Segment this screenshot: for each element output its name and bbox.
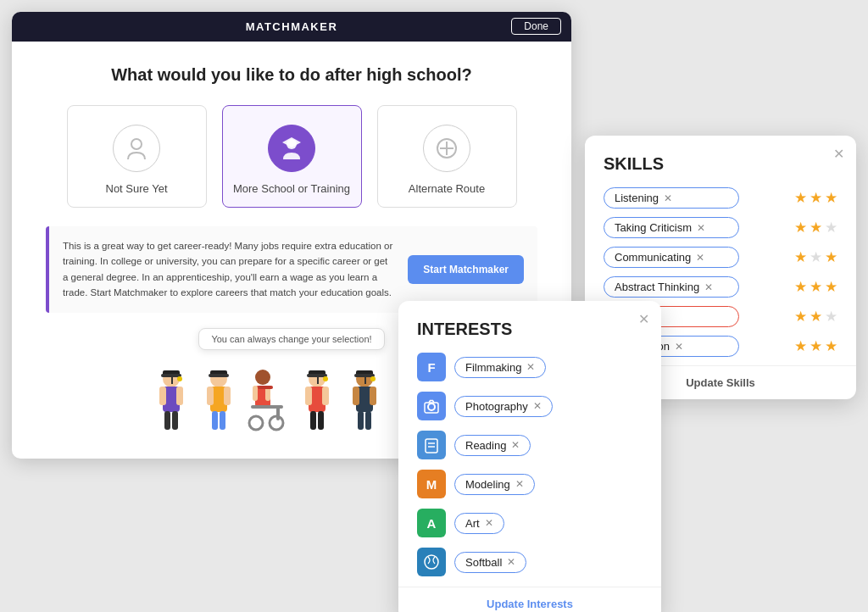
taking-criticism-stars[interactable]: ★ ★ ★ — [794, 219, 837, 236]
svg-rect-44 — [353, 387, 359, 405]
skill-row-taking-criticism: Taking Criticism ✕ ★ ★ ★ — [604, 217, 837, 238]
star-3[interactable]: ★ — [825, 189, 837, 207]
softball-label: Softball — [465, 556, 502, 569]
softball-tag[interactable]: Softball ✕ — [454, 552, 526, 573]
interest-item-modeling: M Modeling ✕ — [417, 470, 643, 498]
modeling-tag[interactable]: Modeling ✕ — [454, 474, 535, 495]
skills-title: SKILLS — [604, 154, 837, 174]
info-box: This is a great way to get career-ready!… — [46, 226, 537, 313]
listening-remove[interactable]: ✕ — [664, 192, 672, 204]
modeling-icon: M — [417, 470, 446, 498]
filmmaking-remove[interactable]: ✕ — [526, 361, 535, 373]
skills-close-icon[interactable]: ✕ — [833, 146, 844, 162]
star-1[interactable]: ★ — [794, 278, 807, 296]
abstract-thinking-remove[interactable]: ✕ — [704, 281, 713, 293]
option-not-sure[interactable]: Not Sure Yet — [67, 105, 207, 208]
svg-point-14 — [177, 376, 182, 381]
photography-label: Photography — [465, 400, 528, 413]
main-question: What would you like to do after high sch… — [46, 65, 537, 85]
modeling-label: Modeling — [465, 478, 510, 491]
star-3[interactable]: ★ — [825, 248, 837, 266]
svg-rect-13 — [171, 374, 173, 384]
art-label: Art — [465, 517, 480, 530]
star-3[interactable]: ★ — [825, 337, 837, 355]
partial-red-stars[interactable]: ★ ★ ★ — [794, 308, 837, 325]
svg-point-62 — [428, 403, 435, 410]
interest-item-softball: Softball ✕ — [417, 548, 643, 576]
interest-item-art: A Art ✕ — [417, 509, 643, 537]
characters-row — [149, 357, 434, 442]
interest-item-filmmaking: F Filmmaking ✕ — [417, 353, 643, 381]
star-1[interactable]: ★ — [794, 337, 807, 355]
svg-point-29 — [249, 416, 263, 430]
interest-item-photography: Photography ✕ — [417, 392, 643, 420]
reading-remove[interactable]: ✕ — [511, 439, 520, 451]
communication-stars[interactable]: ★ ★ ★ — [794, 337, 837, 355]
art-tag[interactable]: Art ✕ — [454, 513, 504, 534]
photography-remove[interactable]: ✕ — [533, 400, 542, 412]
star-2[interactable]: ★ — [810, 278, 822, 296]
alternate-icon — [423, 125, 470, 172]
skill-row-listening: Listening ✕ ★ ★ ★ — [604, 187, 837, 209]
star-2[interactable]: ★ — [810, 248, 822, 266]
star-1[interactable]: ★ — [794, 248, 807, 266]
star-2[interactable]: ★ — [810, 337, 822, 355]
more-school-icon — [268, 125, 315, 172]
taking-criticism-tag[interactable]: Taking Criticism ✕ — [604, 217, 739, 238]
update-interests-button[interactable]: Update Interests — [398, 587, 661, 612]
svg-rect-17 — [207, 387, 214, 405]
modeling-remove[interactable]: ✕ — [515, 478, 524, 490]
more-school-label: More School or Training — [233, 182, 350, 195]
star-3[interactable]: ★ — [825, 308, 837, 325]
reading-tag[interactable]: Reading ✕ — [454, 435, 531, 456]
option-more-school[interactable]: More School or Training — [222, 105, 362, 208]
communicating-remove[interactable]: ✕ — [696, 252, 704, 264]
svg-point-0 — [131, 139, 142, 149]
skill-row-abstract-thinking: Abstract Thinking ✕ ★ ★ ★ — [604, 276, 837, 298]
svg-rect-31 — [258, 386, 273, 389]
star-1[interactable]: ★ — [794, 308, 807, 325]
communicating-tag[interactable]: Communicating ✕ — [604, 247, 739, 268]
communicating-stars[interactable]: ★ ★ ★ — [794, 248, 837, 266]
interest-item-reading: Reading ✕ — [417, 431, 643, 459]
tooltip-bubble: You can always change your selection! — [198, 328, 384, 350]
star-2[interactable]: ★ — [810, 308, 822, 325]
star-2[interactable]: ★ — [810, 189, 822, 207]
abstract-thinking-stars[interactable]: ★ ★ ★ — [794, 278, 837, 296]
svg-rect-10 — [172, 411, 178, 430]
info-text: This is a great way to get career-ready!… — [63, 238, 392, 301]
listening-stars[interactable]: ★ ★ ★ — [794, 189, 837, 207]
svg-rect-50 — [364, 374, 366, 384]
option-alternate[interactable]: Alternate Route — [377, 105, 517, 208]
filmmaking-tag[interactable]: Filmmaking ✕ — [454, 357, 546, 378]
interests-close-icon[interactable]: ✕ — [638, 311, 649, 327]
photography-tag[interactable]: Photography ✕ — [454, 396, 553, 417]
svg-rect-19 — [212, 411, 218, 430]
svg-point-67 — [425, 555, 438, 569]
star-3[interactable]: ★ — [825, 278, 837, 296]
star-3[interactable]: ★ — [825, 219, 837, 236]
svg-rect-37 — [318, 411, 324, 430]
start-matchmaker-button[interactable]: Start Matchmaker — [408, 255, 524, 284]
options-row: Not Sure Yet More School or Training Alt… — [46, 105, 537, 208]
art-remove[interactable]: ✕ — [485, 517, 493, 529]
done-button[interactable]: Done — [511, 18, 561, 35]
svg-rect-46 — [358, 411, 364, 430]
softball-remove[interactable]: ✕ — [507, 556, 515, 568]
filmmaking-icon: F — [417, 353, 446, 381]
abstract-thinking-tag[interactable]: Abstract Thinking ✕ — [604, 276, 739, 298]
skill-row-communicating: Communicating ✕ ★ ★ ★ — [604, 247, 837, 268]
communication-remove[interactable]: ✕ — [675, 341, 683, 353]
star-1[interactable]: ★ — [794, 189, 807, 207]
svg-rect-34 — [305, 387, 312, 405]
star-1[interactable]: ★ — [794, 219, 807, 236]
interests-title: INTERESTS — [417, 320, 643, 339]
svg-rect-45 — [370, 387, 376, 405]
character-1 — [149, 367, 193, 442]
listening-tag[interactable]: Listening ✕ — [604, 187, 739, 209]
interests-panel: ✕ INTERESTS F Filmmaking ✕ Photography ✕… — [398, 301, 661, 612]
svg-rect-35 — [322, 387, 329, 405]
taking-criticism-remove[interactable]: ✕ — [697, 222, 705, 234]
svg-rect-9 — [164, 411, 170, 430]
star-2[interactable]: ★ — [810, 219, 822, 236]
